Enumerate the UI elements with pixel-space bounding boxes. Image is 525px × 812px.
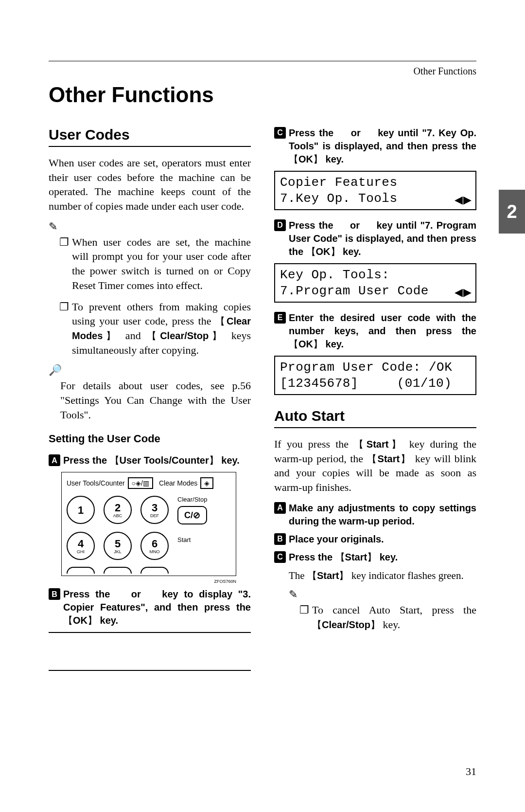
text: Press the [63,455,110,466]
text: key. [380,618,400,631]
ok-key: OK [63,615,97,626]
subsection-setting-user-code: Setting the User Code [49,433,251,445]
step-num-c: C [274,127,286,139]
left-right-arrow-icon: ◀▶ [455,193,472,207]
number-key-grid: 1 2ABC 3DEF 4GHI 5JKL 6MNO [67,496,169,560]
step-num-c: C [274,551,286,563]
text: If you press the [274,438,354,450]
lcd-screen-2: Key Op. Tools: 7.Program User Code ◀▶ [274,263,476,303]
keypad-figure: User Tools/Counter ○◈/▥ Clear Modes ◈ 1 … [61,472,236,576]
left-column: User Codes When user codes are set, oper… [49,126,251,671]
header-rule [49,61,476,61]
clear-stop-button[interactable]: C/⊘ [177,506,207,524]
text: Press the or key to display "3. Copier F… [63,589,251,613]
start-label: Start [177,536,191,543]
start-key: Start [367,453,412,464]
key-4[interactable]: 4GHI [67,532,95,560]
keypad-body: 1 2ABC 3DEF 4GHI 5JKL 6MNO Clear/Stop C/… [67,496,231,574]
page-title: Other Functions [49,83,476,107]
text: To cancel Auto Start, press the [312,604,476,616]
key-2[interactable]: 2ABC [104,496,132,524]
text: The [289,570,307,581]
clear-stop-key: Clear/Stop [147,330,225,341]
user-codes-intro: When user codes are set, operators must … [49,156,251,214]
key-1[interactable]: 1 [67,496,95,524]
text: Press the or key until "7. Key Op. Tools… [289,127,476,151]
start-key: Start [335,552,377,562]
key-6[interactable]: 6MNO [140,532,169,560]
step-b: B Press the or key to display "3. Copier… [49,588,251,627]
user-tools-counter-label: User Tools/Counter [67,479,125,487]
text: key. [323,154,344,164]
text: Press the [289,552,335,562]
key-3[interactable]: 3DEF [140,496,169,524]
lcd-line: Copier Features [280,175,471,191]
step-num-b: B [274,533,286,545]
reference-text: For details about user codes, see p.56 "… [49,379,251,422]
ok-key: OK [289,154,323,164]
note-bullet-1: When user codes are set, the machine wil… [49,235,251,293]
section-auto-start: Auto Start [274,408,476,428]
section-user-codes: User Codes [49,126,251,147]
step-num-e: E [274,312,286,324]
text: Enter the desired user code with the num… [289,312,476,336]
auto-step-b: B Place your originals. [274,533,476,546]
lcd-line: 7.Key Op. Tools [280,191,471,207]
note-bullet-2: To prevent others from making copies usi… [49,300,251,358]
chapter-tab: 2 [499,190,525,234]
running-header: Other Functions [414,66,476,77]
step-num-a: A [49,454,60,466]
tools-icon-box: ○◈/▥ [128,477,153,489]
start-key: Start [354,439,403,450]
lcd-line: Program User Code: /OK [280,360,471,376]
text: key. [323,339,344,349]
step-c: C Press the or key until "7. Key Op. Too… [274,126,476,166]
reference-icon: 🔎 [49,364,251,377]
right-column: C Press the or key until "7. Key Op. Too… [274,126,476,671]
lcd-line: [12345678] (01/10) [280,376,471,392]
step-e: E Enter the desired user code with the n… [274,311,476,351]
ok-key: OK [306,246,340,257]
left-right-arrow-icon: ◀▶ [455,286,472,299]
lcd-screen-1: Copier Features 7.Key Op. Tools ◀▶ [274,171,476,210]
lcd-screen-3: Program User Code: /OK [12345678] (01/10… [274,356,476,395]
text: Make any adjustments to copy settings du… [289,503,476,526]
clear-stop-label: Clear/Stop [177,496,207,503]
side-button-column: Clear/Stop C/⊘ Start [177,496,207,574]
ok-key: OK [289,339,323,349]
clear-modes-icon-box: ◈ [200,477,213,489]
lcd-line: 7.Program User Code [280,283,471,299]
auto-step-c: C Press the Start key. [274,551,476,564]
start-key: Start [307,570,349,581]
user-tools-counter-key: User Tools/Counter [110,455,219,466]
key-5[interactable]: 5JKL [104,532,132,560]
text: key. [97,615,118,626]
step-a: A Press the User Tools/Counter key. [49,454,251,467]
auto-step-c-note: The Start key indicator flashes green. [289,569,476,582]
auto-step-a: A Make any adjustments to copy settings … [274,502,476,528]
page-number: 31 [466,765,476,778]
text: key indicator flashes green. [349,570,463,581]
cutoff-row [67,567,169,574]
text: key. [219,455,240,466]
note-icon: ✎ [49,220,251,233]
two-column-layout: User Codes When user codes are set, oper… [49,126,476,671]
step-d: D Press the or key until "7. Program Use… [274,219,476,258]
keypad-top-row: User Tools/Counter ○◈/▥ Clear Modes ◈ [67,477,231,489]
auto-start-cancel-note: To cancel Auto Start, press the Clear/St… [289,603,476,632]
clear-modes-label: Clear Modes [159,479,197,487]
text: key. [340,246,361,257]
step-num-d: D [274,219,286,231]
auto-start-intro: If you press the Start key during the wa… [274,437,476,495]
clear-stop-key: Clear/Stop [312,619,380,630]
text: and [119,329,147,342]
lcd-placeholder [49,632,251,671]
note-icon: ✎ [289,588,476,601]
text: Place your originals. [289,534,384,544]
text: key. [377,552,398,562]
step-num-b: B [49,588,60,600]
figure-ref: ZFOS760N [61,579,236,584]
lcd-line: Key Op. Tools: [280,267,471,283]
step-num-a: A [274,502,286,514]
